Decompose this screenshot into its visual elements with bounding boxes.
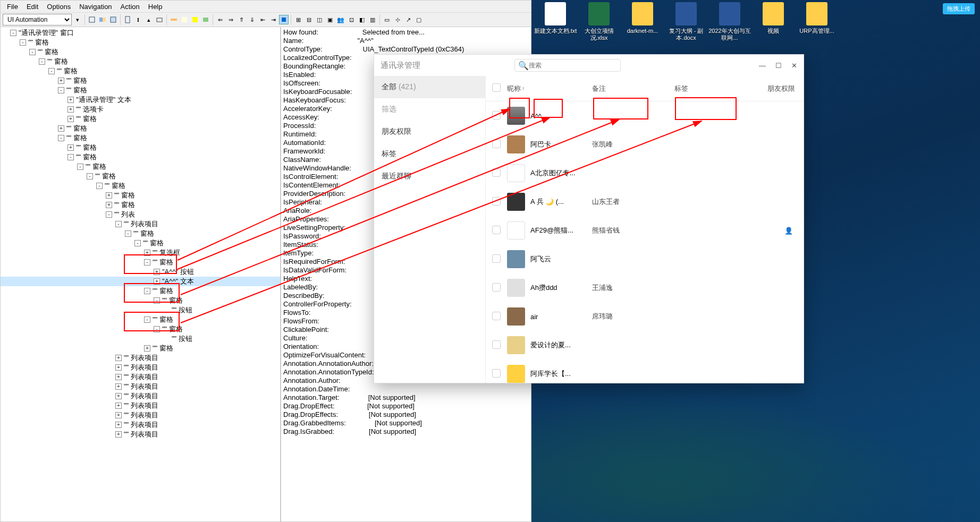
avatar[interactable] [507, 279, 525, 297]
expand-icon[interactable]: + [115, 403, 122, 409]
expand-icon[interactable]: + [67, 116, 74, 122]
menu-navigation[interactable]: Navigation [75, 2, 116, 12]
row-checkbox[interactable] [492, 312, 501, 320]
expand-icon[interactable]: + [67, 97, 74, 103]
tree-node[interactable]: -"" 窗格 [1, 258, 280, 267]
contacts-list[interactable]: A^^ 阿巴卡 张凯峰 A北京图亿专... A 兵 🌙 (... 山东王者 AF… [486, 101, 804, 383]
sidebar-item[interactable]: 标签 [374, 143, 485, 165]
cloud-upload-badge[interactable]: 拖拽上传 [943, 3, 975, 14]
collapse-icon[interactable]: - [134, 240, 141, 246]
tool-active-icon[interactable] [279, 15, 289, 24]
avatar[interactable] [507, 221, 525, 239]
tree-node[interactable]: -"" 窗格 [1, 162, 280, 172]
tree-icon-6[interactable]: ◧ [357, 15, 367, 24]
expand-icon[interactable]: + [115, 393, 122, 399]
nav-left-icon[interactable]: ⇐ [215, 15, 225, 24]
collapse-icon[interactable]: - [154, 326, 160, 332]
expand-icon[interactable]: + [106, 192, 112, 199]
tree-node[interactable]: -"" 列表项目 [1, 219, 280, 229]
nav-first-icon[interactable]: ⇤ [258, 15, 267, 24]
maximize-button[interactable]: ☐ [775, 62, 782, 70]
tree-node[interactable]: -"" 窗格 [1, 181, 280, 191]
tree-node[interactable]: +"" 列表项目 [1, 372, 280, 382]
tree-node[interactable]: -"" 列表 [1, 210, 280, 219]
desktop-file-icon[interactable]: 视频 [751, 1, 795, 63]
misc-icon-4[interactable]: ▢ [414, 15, 424, 24]
tree-node[interactable]: +"通讯录管理" 文本 [1, 95, 280, 105]
collapse-icon[interactable]: - [115, 221, 122, 227]
tree-node[interactable]: +"" 复选框 [1, 248, 280, 258]
tool-icon-1[interactable] [87, 15, 97, 24]
menubar[interactable]: FileEditOptionsNavigationActionHelp [1, 1, 531, 12]
collapse-icon[interactable]: - [48, 68, 55, 74]
tree-node[interactable]: -"" 窗格 [1, 47, 280, 57]
nav-right-icon[interactable]: ⇒ [226, 15, 235, 24]
people-icon[interactable]: 👥 [336, 15, 345, 24]
menu-file[interactable]: File [3, 2, 22, 12]
tree-node[interactable]: +"" 窗格 [1, 143, 280, 152]
tree-node[interactable]: +"" 列表项目 [1, 430, 280, 439]
row-checkbox[interactable] [492, 369, 501, 378]
row-checkbox[interactable] [492, 168, 501, 177]
collapse-icon[interactable]: - [144, 288, 150, 294]
tool-cursor-icon[interactable]: ▴ [144, 15, 154, 24]
expand-icon[interactable]: + [154, 278, 160, 285]
expand-icon[interactable]: + [115, 383, 122, 390]
contact-row[interactable]: A^^ [486, 101, 804, 130]
expand-icon[interactable]: + [106, 202, 112, 208]
tool-icon-2[interactable] [98, 15, 107, 24]
tree-node[interactable]: -"" 窗格 [1, 133, 280, 143]
column-nickname[interactable]: 昵称↑ [507, 84, 592, 93]
expand-icon[interactable]: + [58, 78, 64, 84]
tool-icon-4[interactable] [123, 15, 132, 24]
expand-icon[interactable]: + [144, 345, 150, 352]
desktop-file-icon[interactable]: 新建文本文档.txt [534, 1, 577, 63]
expand-icon[interactable]: + [67, 144, 74, 151]
expand-icon[interactable]: + [58, 125, 64, 132]
tree-node[interactable]: +"" 窗格 [1, 114, 280, 124]
tree-node[interactable]: +"" 窗格 [1, 191, 280, 200]
select-all-checkbox[interactable] [492, 83, 501, 92]
row-checkbox[interactable] [492, 111, 501, 119]
column-tag[interactable]: 标签 [674, 84, 759, 93]
desktop-file-icon[interactable]: darknet-m... [621, 1, 664, 63]
column-permission[interactable]: 朋友权限 [759, 84, 804, 93]
contact-row[interactable]: Ah攒ddd 王浦逸 [486, 273, 804, 302]
avatar[interactable] [507, 336, 525, 354]
automation-mode-combo[interactable]: UI Automation [3, 14, 72, 25]
misc-icon-1[interactable]: ▭ [382, 15, 392, 24]
tree-node[interactable]: -"" 窗格 [1, 324, 280, 334]
expand-icon[interactable]: + [154, 269, 160, 275]
tree-node[interactable]: +"A^^" 按钮 [1, 267, 280, 277]
toolbar[interactable]: UI Automation ▾ I ▴ ⇐ ⇒ ⇑ ⇓ ⇤ ⇥ ⊞ ⊟ ◫ ▣ … [1, 12, 531, 27]
tool-highlight-icon[interactable] [190, 15, 200, 24]
contact-row[interactable]: 阿巴卡 张凯峰 [486, 130, 804, 159]
contact-row[interactable]: A 兵 🌙 (... 山东王者 [486, 187, 804, 216]
collapse-icon[interactable]: - [96, 183, 103, 189]
desktop-file-icon[interactable]: 2022年大创与互联网... [708, 1, 751, 63]
misc-icon-2[interactable]: ⊹ [393, 15, 402, 24]
avatar[interactable] [507, 107, 525, 125]
tool-icon-3[interactable] [108, 15, 118, 24]
contact-row[interactable]: air 席玮璐 [486, 302, 804, 331]
tree-node[interactable]: +"" 选项卡 [1, 105, 280, 114]
tree-pane[interactable]: -"通讯录管理" 窗口-"" 窗格-"" 窗格-"" 窗格-"" 窗格+"" 窗… [1, 27, 281, 521]
sidebar-item[interactable]: 最近群聊 [374, 165, 485, 187]
tree-node[interactable]: +"" 窗格 [1, 124, 280, 133]
expand-icon[interactable]: + [115, 355, 122, 361]
tree-icon-1[interactable]: ⊞ [293, 15, 303, 24]
tree-node[interactable]: +"A^^" 文本 [1, 277, 280, 286]
menu-help[interactable]: Help [144, 2, 167, 12]
tree-icon-4[interactable]: ▣ [325, 15, 335, 24]
expand-icon[interactable]: + [115, 412, 122, 418]
tree-icon-2[interactable]: ⊟ [304, 15, 314, 24]
avatar[interactable] [507, 307, 525, 326]
tree-icon-7[interactable]: ▥ [368, 15, 377, 24]
expand-icon[interactable]: + [115, 364, 122, 371]
collapse-icon[interactable]: - [39, 58, 45, 65]
collapse-icon[interactable]: - [144, 259, 150, 266]
collapse-icon[interactable]: - [20, 39, 26, 46]
tree-node[interactable]: -"" 窗格 [1, 296, 280, 305]
contact-row[interactable]: A北京图亿专... [486, 159, 804, 187]
contact-row[interactable]: 阿飞云 [486, 245, 804, 273]
